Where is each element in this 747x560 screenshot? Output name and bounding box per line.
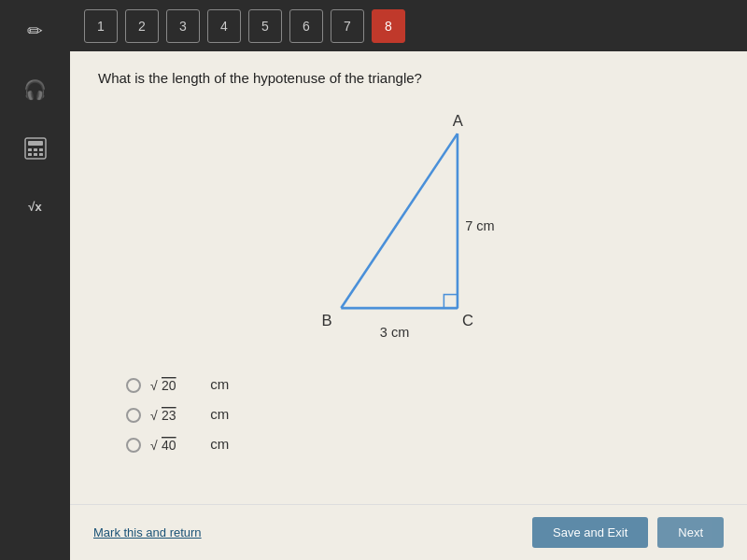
svg-rect-2: [28, 148, 32, 151]
question-num-7[interactable]: 7: [331, 9, 364, 43]
vertex-b-label: B: [321, 312, 331, 329]
svg-rect-6: [34, 153, 37, 156]
option-1-text: √ 20 cm: [150, 375, 229, 396]
headphone-icon[interactable]: 🎧: [14, 68, 56, 110]
option-3-text: √ 40 cm: [150, 435, 229, 455]
option-row-1: √ 20 cm: [126, 375, 719, 396]
option-2-radio[interactable]: [126, 408, 141, 423]
question-num-3[interactable]: 3: [166, 9, 200, 43]
save-exit-button[interactable]: Save and Exit: [532, 517, 648, 548]
option-row-2: √ 23 cm: [126, 405, 719, 426]
option-row-3: √ 40 cm: [126, 435, 719, 455]
pencil-icon[interactable]: ✏: [14, 9, 56, 51]
svg-rect-11: [444, 295, 458, 309]
svg-rect-5: [28, 153, 32, 156]
vertex-a-label: A: [452, 112, 463, 130]
vertex-c-label: C: [462, 312, 473, 329]
question-num-1[interactable]: 1: [84, 9, 118, 43]
svg-text:√: √: [150, 378, 158, 393]
options-area: √ 20 cm √ 23 cm √ 40 cm: [126, 375, 719, 455]
option-2-text: √ 23 cm: [150, 405, 229, 426]
svg-rect-7: [39, 153, 43, 156]
svg-rect-3: [34, 148, 37, 151]
main-content: What is the length of the hypotenuse of …: [70, 51, 747, 560]
sidebar: ✏ 🎧 √x: [0, 0, 70, 560]
question-text: What is the length of the hypotenuse of …: [98, 70, 719, 86]
svg-text:√: √: [150, 408, 158, 423]
svg-text:40: 40: [162, 438, 176, 453]
question-num-8[interactable]: 8: [372, 9, 405, 43]
question-num-4[interactable]: 4: [207, 9, 241, 43]
question-num-5[interactable]: 5: [248, 9, 282, 43]
question-nav: 1 2 3 4 5 6 7 8: [70, 0, 747, 51]
option-3-radio[interactable]: [126, 438, 141, 453]
diagram-area: A B C 7 cm 3 cm: [98, 105, 719, 357]
question-num-2[interactable]: 2: [125, 9, 159, 43]
bottom-bar: Mark this and return Save and Exit Next: [70, 504, 747, 560]
formula-icon[interactable]: √x: [14, 186, 56, 228]
svg-text:20: 20: [162, 378, 176, 393]
svg-text:23: 23: [162, 408, 176, 423]
question-num-6[interactable]: 6: [289, 9, 323, 43]
mark-return-button[interactable]: Mark this and return: [93, 525, 202, 539]
bottom-right-buttons: Save and Exit Next: [532, 517, 724, 548]
svg-line-10: [341, 133, 458, 308]
calculator-icon[interactable]: [14, 127, 56, 169]
svg-text:√: √: [150, 438, 158, 453]
side-ac-label: 7 cm: [465, 218, 494, 233]
side-bc-label: 3 cm: [379, 325, 408, 340]
option-1-radio[interactable]: [126, 378, 141, 393]
svg-rect-1: [28, 141, 43, 146]
svg-rect-4: [39, 148, 43, 151]
next-button[interactable]: Next: [657, 517, 724, 548]
